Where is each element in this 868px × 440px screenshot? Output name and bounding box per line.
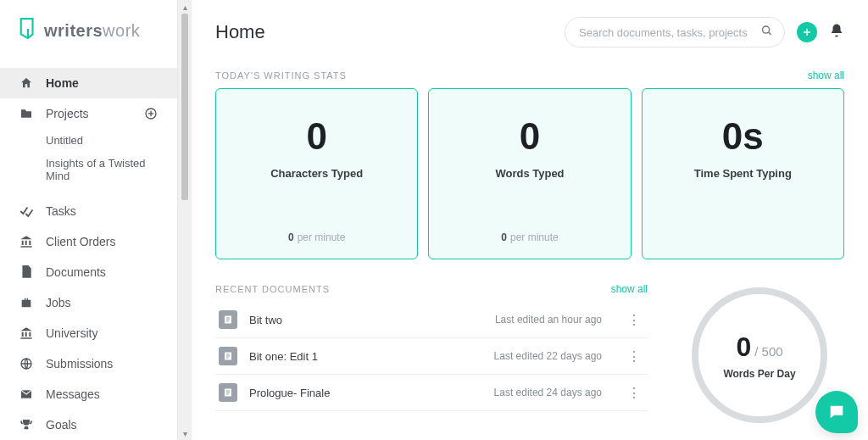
recent-doc-title: Prologue- Finale [249, 387, 330, 399]
home-icon [19, 75, 34, 91]
sidebar-item-label: Client Orders [46, 235, 115, 248]
logo-mark-icon [19, 17, 37, 44]
sidebar-item-label: Tasks [46, 204, 76, 218]
stat-card: 0sTime Spent Typing [642, 88, 844, 259]
sidebar-item-jobs[interactable]: Jobs [0, 287, 177, 318]
sidebar: writerswork HomeProjectsUntitledInsights… [0, 0, 178, 440]
sidebar-item-projects[interactable]: Projects [0, 98, 177, 129]
page-title: Home [215, 21, 265, 43]
stats-row: 0Characters Typed0per minute0Words Typed… [215, 88, 844, 259]
add-button[interactable] [797, 22, 817, 42]
bank-icon [19, 326, 34, 341]
stat-label: Words Typed [495, 167, 564, 180]
globe-icon [19, 356, 34, 371]
stat-foot: 0per minute [288, 231, 345, 243]
primary-nav: HomeProjectsUntitledInsights of a Twiste… [0, 68, 177, 440]
svg-point-4 [763, 26, 770, 33]
mail-icon [19, 387, 34, 402]
scrollbar[interactable]: ▴ ▾ [178, 0, 192, 440]
recent-doc-time: Last edited 22 days ago [494, 350, 602, 362]
recent-heading: RECENT DOCUMENTS [215, 284, 330, 294]
logo-text: writerswork [44, 21, 140, 41]
sidebar-item-label: Projects [46, 107, 89, 120]
stat-label: Time Spent Typing [694, 167, 792, 180]
recent-documents-col: RECENT DOCUMENTS show all Bit twoLast ed… [215, 283, 648, 427]
doc-icon [19, 265, 34, 280]
folder-icon [19, 106, 34, 121]
recent-doc-time: Last edited 24 days ago [494, 387, 602, 398]
briefcase-icon [19, 295, 34, 310]
recent-doc-title: Bit two [249, 314, 282, 326]
bank-icon [19, 234, 34, 249]
document-icon [219, 310, 237, 329]
stat-value: 0 [306, 118, 326, 155]
recent-doc-row[interactable]: Bit one: Edit 1Last edited 22 days ago⋮ [215, 338, 648, 375]
stat-value: 0 [520, 118, 540, 155]
kebab-menu-icon[interactable]: ⋮ [624, 385, 644, 401]
stats-head: TODAY'S WRITING STATS show all [215, 70, 844, 81]
sidebar-item-client-orders[interactable]: Client Orders [0, 226, 177, 257]
bell-icon[interactable] [829, 23, 844, 42]
kebab-menu-icon[interactable]: ⋮ [624, 348, 644, 365]
plus-circle-icon[interactable] [143, 106, 159, 121]
search-input[interactable] [565, 17, 785, 47]
scroll-thumb[interactable] [181, 14, 188, 200]
check-icon [19, 203, 34, 219]
sidebar-subitem-untitled[interactable]: Untitled [0, 129, 177, 152]
chat-fab[interactable] [815, 391, 858, 433]
sidebar-item-tasks[interactable]: Tasks [0, 196, 177, 226]
topbar: Home [215, 17, 844, 47]
sidebar-item-label: Messages [46, 387, 100, 401]
search-wrap [565, 17, 785, 47]
sidebar-item-university[interactable]: University [0, 318, 177, 348]
stats-show-all-link[interactable]: show all [808, 70, 844, 81]
sidebar-item-submissions[interactable]: Submissions [0, 348, 177, 379]
recent-doc-row[interactable]: Bit twoLast edited an hour ago⋮ [215, 302, 648, 338]
logo[interactable]: writerswork [0, 0, 177, 68]
recent-documents-list: Bit twoLast edited an hour ago⋮Bit one: … [215, 302, 648, 411]
goal-ring: 0/ 500 Words Per Day [687, 283, 832, 427]
main-content: Home TODAY'S WRITING STATS show all 0Cha… [192, 0, 868, 440]
trophy-icon [19, 417, 34, 432]
recent-doc-row[interactable]: Prologue- FinaleLast edited 24 days ago⋮ [215, 375, 648, 411]
goal-ring-values: 0/ 500 [736, 331, 782, 363]
search-icon[interactable] [760, 25, 773, 41]
sidebar-item-label: University [46, 326, 97, 340]
scroll-down-icon[interactable]: ▾ [180, 426, 190, 440]
sidebar-item-home[interactable]: Home [0, 68, 177, 98]
sidebar-item-label: Jobs [46, 296, 71, 309]
stats-heading: TODAY'S WRITING STATS [215, 70, 347, 81]
sidebar-item-label: Home [46, 76, 79, 90]
stat-card: 0Characters Typed0per minute [215, 88, 418, 259]
stat-card: 0Words Typed0per minute [428, 88, 631, 259]
kebab-menu-icon[interactable]: ⋮ [624, 312, 644, 328]
scroll-up-icon[interactable]: ▴ [180, 0, 190, 14]
document-icon [219, 347, 237, 365]
sidebar-item-messages[interactable]: Messages [0, 379, 177, 409]
stat-value: 0s [722, 118, 764, 155]
stat-label: Characters Typed [270, 167, 363, 180]
stat-foot: 0per minute [501, 231, 558, 243]
sidebar-item-label: Documents [46, 265, 106, 279]
sidebar-item-goals[interactable]: Goals [0, 409, 177, 440]
sidebar-item-label: Submissions [46, 357, 113, 370]
recent-show-all-link[interactable]: show all [611, 283, 648, 295]
svg-line-5 [769, 32, 771, 35]
document-icon [219, 383, 237, 402]
sidebar-item-label: Goals [46, 418, 77, 432]
sidebar-item-documents[interactable]: Documents [0, 257, 177, 287]
recent-doc-title: Bit one: Edit 1 [249, 350, 318, 363]
sidebar-subitem-insights[interactable]: Insights of a Twisted Mind [0, 152, 177, 187]
recent-doc-time: Last edited an hour ago [495, 314, 602, 326]
goal-ring-label: Words Per Day [723, 368, 795, 380]
